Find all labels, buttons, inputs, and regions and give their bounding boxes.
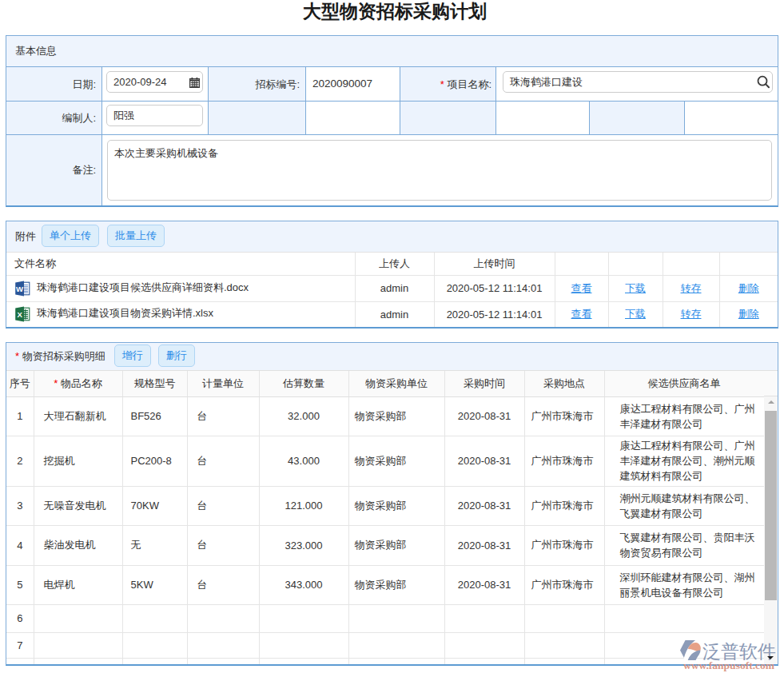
svg-text:X: X (17, 310, 22, 319)
svg-text:www.fanpusoft.com: www.fanpusoft.com (683, 659, 775, 671)
svg-text:W: W (16, 285, 24, 293)
